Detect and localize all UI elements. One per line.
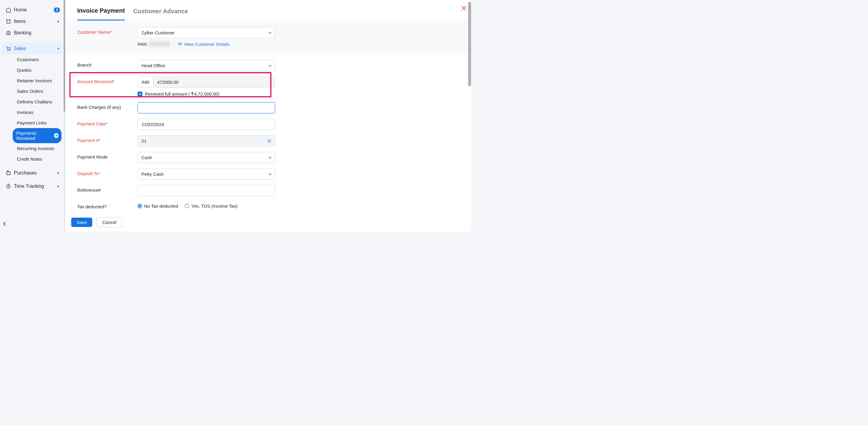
- view-customer-details-link[interactable]: View Customer Details: [178, 42, 229, 47]
- sidebar-item-sales[interactable]: Sales: [2, 43, 63, 54]
- main-panel: Invoice Payment Customer Advance Custome…: [65, 0, 471, 231]
- currency-prefix: INR: [137, 76, 153, 88]
- sidebar-item-credit-notes[interactable]: Credit Notes: [14, 154, 63, 164]
- purchases-icon: [5, 170, 11, 176]
- label-amount-received: Amount Received*: [77, 76, 137, 84]
- tab-invoice-payment[interactable]: Invoice Payment: [77, 5, 125, 21]
- caret-right-icon: [57, 20, 60, 23]
- sidebar-item-sales-orders[interactable]: Sales Orders: [14, 86, 63, 96]
- label-payment-date: Payment Date*: [77, 119, 137, 126]
- caret-down-icon: [57, 47, 60, 50]
- payment-mode-select[interactable]: Cash: [137, 152, 275, 163]
- cancel-button[interactable]: Cancel: [96, 217, 122, 227]
- sidebar: Home 3 Items Banking Sales: [0, 0, 65, 231]
- payment-number-input[interactable]: 21: [137, 135, 275, 146]
- sales-submenu: Customers Quotes Retainer Invoices Sales…: [2, 54, 63, 164]
- label: Banking: [14, 30, 31, 36]
- radio-no-tax[interactable]: [137, 204, 142, 208]
- chevron-down-icon: [268, 64, 272, 67]
- label: Purchases: [14, 170, 37, 176]
- form-body: Customer Name* Zylker Customer PAN:: [65, 21, 471, 213]
- bag-icon: [5, 19, 11, 24]
- sidebar-item-retainer-invoices[interactable]: Retainer Invoices: [14, 75, 63, 86]
- caret-right-icon: [57, 172, 60, 174]
- chevron-down-icon: [268, 172, 272, 176]
- label-branch: Branch: [77, 60, 137, 67]
- main-scroll-thumb[interactable]: [468, 2, 471, 86]
- pan-value-masked: [149, 41, 170, 47]
- amount-received-group: INR 472000.00: [137, 76, 275, 88]
- clock-icon: [5, 183, 11, 189]
- svg-point-0: [7, 50, 8, 51]
- sidebar-item-invoices[interactable]: Invoices: [14, 107, 63, 118]
- sidebar-item-recurring-invoices[interactable]: Recurring Invoices: [14, 143, 63, 154]
- cart-icon: [5, 45, 11, 52]
- label-payment-mode: Payment Mode: [77, 152, 137, 159]
- branch-select[interactable]: Head Office: [137, 60, 275, 71]
- home-badge: 3: [54, 7, 60, 12]
- deposit-to-select[interactable]: Petty Cash: [137, 168, 275, 179]
- sidebar-collapse-button[interactable]: [0, 220, 65, 228]
- reference-input[interactable]: [137, 185, 275, 196]
- caret-right-icon: [57, 185, 60, 188]
- customer-name-select[interactable]: Zylker Customer: [137, 27, 275, 38]
- bank-icon: [5, 30, 11, 36]
- sidebar-item-quotes[interactable]: Quotes: [14, 65, 63, 75]
- tabs: Invoice Payment Customer Advance: [65, 0, 471, 21]
- label: Sales: [14, 46, 26, 51]
- sidebar-item-payment-links[interactable]: Payment Links: [14, 118, 63, 128]
- svg-point-1: [9, 50, 10, 51]
- tab-customer-advance[interactable]: Customer Advance: [133, 5, 188, 20]
- label-reference: Reference#: [77, 185, 137, 193]
- footer-actions: Save Cancel: [65, 213, 471, 231]
- save-button[interactable]: Save: [71, 218, 92, 227]
- sidebar-item-customers[interactable]: Customers: [14, 54, 63, 65]
- checkbox-checked-icon: [137, 92, 142, 96]
- close-button[interactable]: [461, 5, 467, 11]
- sidebar-item-home[interactable]: Home 3: [2, 4, 63, 16]
- payment-date-input[interactable]: 21/02/2024: [137, 119, 275, 130]
- svg-point-3: [269, 140, 270, 142]
- add-icon[interactable]: [54, 133, 59, 138]
- received-full-amount-checkbox[interactable]: Received full amount ( ₹4,72,000.00): [137, 91, 275, 97]
- home-icon: [5, 7, 11, 13]
- main-scroll-track: [468, 2, 471, 116]
- chevron-down-icon: [268, 156, 272, 159]
- user-details-icon: [178, 42, 183, 46]
- sidebar-item-items[interactable]: Items: [2, 16, 63, 27]
- label-payment-number: Payment #*: [77, 135, 137, 143]
- pan-info: PAN: View Customer Details: [137, 41, 275, 47]
- sidebar-item-delivery-challans[interactable]: Delivery Challans: [14, 96, 63, 107]
- amount-received-input[interactable]: 472000.00: [153, 76, 275, 88]
- sidebar-item-purchases[interactable]: Purchases: [2, 167, 63, 179]
- label-customer-name: Customer Name*: [77, 27, 137, 35]
- label: Time Tracking: [14, 184, 44, 189]
- label-tax-deducted: Tax deducted?: [77, 202, 137, 209]
- sidebar-item-banking[interactable]: Banking: [2, 27, 63, 39]
- label-deposit-to: Deposit To*: [77, 168, 137, 176]
- radio-yes-tds[interactable]: [185, 204, 189, 208]
- sidebar-item-time-tracking[interactable]: Time Tracking: [2, 181, 63, 192]
- label-bank-charges: Bank Charges (if any): [77, 102, 137, 110]
- sidebar-item-payments-received[interactable]: Payments Received: [13, 128, 62, 143]
- label: Items: [14, 19, 26, 24]
- chevron-down-icon: [268, 31, 272, 35]
- bank-charges-input[interactable]: [137, 102, 275, 113]
- gear-icon[interactable]: [267, 139, 272, 143]
- label: Home: [14, 7, 27, 13]
